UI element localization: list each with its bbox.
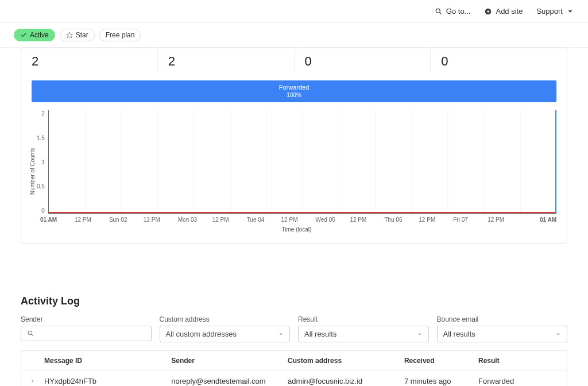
goto-button[interactable]: Go to... [435, 7, 471, 16]
activity-log: Activity Log Sender Custom address All c… [21, 295, 567, 386]
bounce-filter-value: All results [443, 330, 475, 338]
add-site-button[interactable]: Add site [484, 7, 523, 16]
sender-filter-input[interactable] [21, 326, 152, 341]
plan-pill-label: Free plan [106, 31, 135, 39]
active-pill[interactable]: Active [14, 29, 55, 41]
chart-spike [555, 110, 556, 213]
activity-table: Message ID Sender Custom address Receive… [21, 350, 567, 386]
stat-value: 2 [32, 54, 147, 69]
result-filter-value: All results [304, 330, 336, 338]
activity-title: Activity Log [21, 295, 567, 307]
svg-point-4 [28, 331, 32, 335]
x-tick: Tue 04 [247, 217, 281, 223]
chart-x-axis: 01 AM 12 PM Sun 02 12 PM Mon 03 12 PM Tu… [40, 217, 556, 223]
support-menu[interactable]: Support [536, 7, 574, 16]
x-tick: 12 PM [350, 217, 384, 223]
cell-result: Forwarded [478, 377, 542, 385]
star-pill[interactable]: Star [60, 29, 95, 41]
cell-msgid: HYxdpb24hFTb [44, 377, 171, 385]
x-tick: Wed 05 [316, 217, 350, 223]
sender-filter-label: Sender [21, 315, 152, 323]
y-tick: 2 [41, 110, 45, 117]
search-icon [435, 7, 443, 16]
bounce-filter-label: Bounce email [437, 315, 568, 323]
stats-row: 2 2 0 0 [21, 48, 567, 72]
header-result: Result [478, 357, 542, 365]
x-tick: 12 PM [212, 217, 247, 223]
stats-card: 2 2 0 0 Forwarded 100% Number of Counts … [21, 48, 567, 244]
y-tick: 1.5 [37, 135, 45, 141]
x-tick: Sun 02 [109, 217, 144, 223]
custom-filter-label: Custom address [160, 315, 291, 323]
plus-circle-icon [484, 7, 492, 16]
active-pill-label: Active [30, 31, 49, 39]
stat-cell: 2 [21, 48, 158, 72]
cell-custom: admin@focusnic.biz.id [288, 377, 404, 385]
svg-point-0 [436, 9, 440, 13]
chevron-right-icon [29, 378, 36, 384]
header-custom: Custom address [288, 357, 404, 365]
header-msgid: Message ID [44, 357, 171, 365]
y-tick: 1 [41, 159, 45, 165]
stat-cell: 0 [431, 48, 567, 72]
add-site-label: Add site [496, 7, 523, 16]
x-tick: 12 PM [419, 217, 453, 223]
check-icon [20, 32, 27, 38]
forwarded-label: Forwarded [32, 84, 556, 92]
header-received: Received [404, 357, 478, 365]
search-icon [27, 330, 34, 337]
chart: Number of Counts 2 1.5 1 0.5 0 [21, 108, 567, 243]
svg-marker-3 [67, 32, 72, 38]
y-tick: 0 [41, 207, 45, 214]
chevron-down-icon [555, 331, 561, 337]
x-tick: 12 PM [281, 217, 316, 223]
cell-sender: noreply@sendtestemail.com [171, 377, 288, 385]
x-tick: 01 AM [522, 217, 556, 223]
custom-filter-select[interactable]: All custom addresses [160, 326, 291, 342]
star-icon [66, 32, 73, 38]
top-nav: Go to... Add site Support [0, 0, 588, 23]
bounce-filter-select[interactable]: All results [437, 326, 568, 342]
stat-value: 0 [305, 54, 420, 69]
plan-pill[interactable]: Free plan [99, 29, 141, 41]
chart-x-label: Time (local) [37, 226, 556, 233]
chart-plot [48, 110, 556, 214]
x-tick: 12 PM [488, 217, 522, 223]
goto-label: Go to... [446, 7, 471, 16]
table-header: Message ID Sender Custom address Receive… [21, 351, 567, 371]
star-pill-label: Star [76, 31, 88, 39]
x-tick: Thu 06 [384, 217, 419, 223]
chart-y-label: Number of Counts [28, 110, 37, 233]
x-tick: 12 PM [75, 217, 109, 223]
custom-filter-value: All custom addresses [166, 330, 237, 338]
chevron-down-icon [417, 331, 423, 337]
stat-cell: 0 [295, 48, 431, 72]
result-filter-select[interactable]: All results [298, 326, 429, 342]
header-sender: Sender [171, 357, 288, 365]
x-tick: 01 AM [40, 217, 75, 223]
y-tick: 0.5 [37, 183, 45, 190]
result-filter-label: Result [298, 315, 429, 323]
chevron-down-icon [566, 7, 574, 16]
table-row: HYxdpb24hFTb noreply@sendtestemail.com a… [21, 371, 567, 386]
svg-line-5 [32, 334, 33, 336]
forwarded-bar: Forwarded 100% [32, 80, 556, 102]
chart-flatline [49, 212, 556, 213]
chart-y-axis: 2 1.5 1 0.5 0 [37, 110, 48, 214]
expand-row-button[interactable] [29, 378, 44, 384]
stat-value: 2 [168, 54, 284, 69]
activity-filters: Sender Custom address All custom address… [21, 315, 567, 342]
stat-value: 0 [441, 54, 556, 69]
status-pills-row: Active Star Free plan [0, 23, 588, 48]
x-tick: Fri 07 [453, 217, 488, 223]
svg-line-1 [440, 12, 442, 14]
x-tick: 12 PM [144, 217, 178, 223]
stat-cell: 2 [158, 48, 295, 72]
chevron-down-icon [278, 331, 284, 337]
x-tick: Mon 03 [178, 217, 212, 223]
forwarded-pct: 100% [32, 92, 556, 99]
support-label: Support [536, 7, 563, 16]
cell-received: 7 minutes ago [404, 377, 478, 385]
